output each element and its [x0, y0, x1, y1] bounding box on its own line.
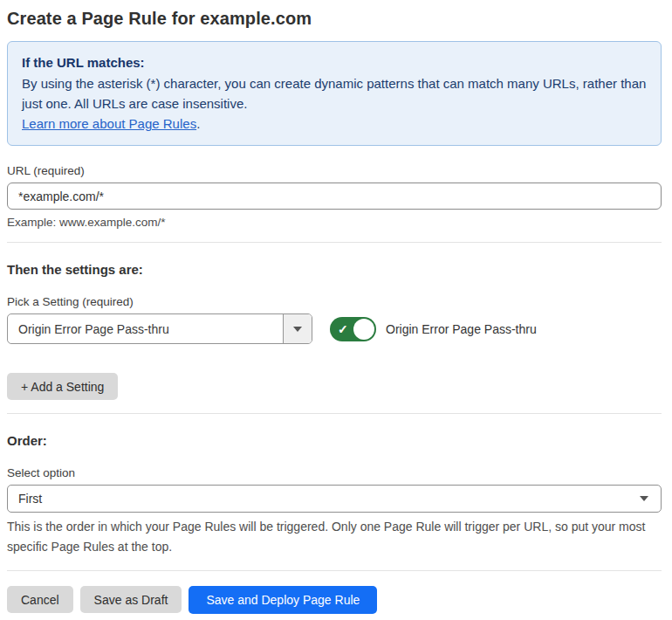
order-section-heading: Order:	[7, 433, 662, 448]
info-link-row: Learn more about Page Rules.	[22, 114, 647, 134]
info-box-heading: If the URL matches:	[22, 52, 647, 72]
order-select-label: Select option	[7, 466, 662, 479]
setting-toggle-label: Origin Error Page Pass-thru	[386, 322, 537, 336]
order-helper-text: This is the order in which your Page Rul…	[7, 517, 657, 557]
divider	[7, 570, 662, 571]
check-icon: ✓	[338, 323, 348, 335]
divider	[7, 413, 662, 414]
setting-row: Origin Error Page Pass-thru ✓ Origin Err…	[7, 313, 662, 344]
setting-dropdown-arrow-button[interactable]	[283, 314, 312, 343]
toggle-knob	[353, 319, 374, 340]
add-setting-button[interactable]: + Add a Setting	[7, 373, 118, 400]
caret-down-icon	[293, 327, 302, 332]
setting-toggle[interactable]: ✓	[330, 317, 376, 341]
url-label: URL (required)	[7, 164, 662, 177]
cancel-button[interactable]: Cancel	[7, 586, 73, 613]
settings-section-heading: Then the settings are:	[7, 262, 662, 277]
url-match-info-box: If the URL matches: By using the asteris…	[7, 41, 662, 146]
learn-more-link[interactable]: Learn more about Page Rules	[22, 116, 196, 131]
pick-setting-label: Pick a Setting (required)	[7, 295, 662, 308]
caret-down-icon	[640, 496, 648, 501]
order-select-value: First	[18, 492, 42, 506]
url-input[interactable]	[7, 183, 662, 210]
create-page-rule-form: Create a Page Rule for example.com If th…	[7, 9, 662, 614]
divider	[7, 242, 662, 243]
save-draft-button[interactable]: Save as Draft	[80, 586, 182, 613]
setting-dropdown[interactable]: Origin Error Page Pass-thru	[7, 313, 312, 344]
url-example-helper: Example: www.example.com/*	[7, 216, 662, 229]
setting-dropdown-value: Origin Error Page Pass-thru	[8, 314, 283, 343]
page-title: Create a Page Rule for example.com	[7, 9, 662, 29]
info-link-period: .	[196, 116, 200, 131]
order-select[interactable]: First	[7, 485, 662, 513]
save-deploy-button[interactable]: Save and Deploy Page Rule	[189, 586, 377, 614]
footer-actions: Cancel Save as Draft Save and Deploy Pag…	[7, 586, 662, 614]
info-box-body: By using the asterisk (*) character, you…	[22, 73, 647, 114]
